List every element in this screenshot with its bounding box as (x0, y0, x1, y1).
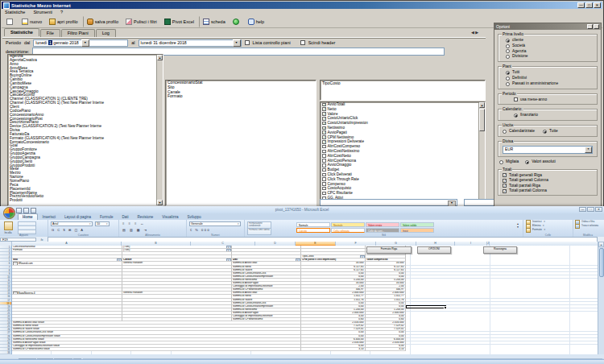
cell-style-chip[interactable]: Cella collegata (331, 228, 365, 233)
chevron-down-icon[interactable]: ▼ (585, 147, 592, 153)
usa-mese-option[interactable]: usa mese-anno (501, 97, 594, 103)
measure-checkbox[interactable] (322, 159, 326, 163)
edit-button[interactable]: Trova e seleziona (575, 224, 602, 228)
measure-checkbox[interactable] (322, 192, 326, 196)
cell-style-chip[interactable]: Calcolo (296, 228, 330, 233)
office-button[interactable] (3, 207, 15, 219)
radio-option[interactable]: Definitivi (501, 76, 594, 81)
measure-checkbox[interactable] (322, 173, 326, 177)
restore-button[interactable]: □ (587, 207, 594, 212)
finanziario-option[interactable]: finanziario (501, 113, 594, 118)
checkbox-icon[interactable] (503, 173, 507, 177)
measure-checkbox[interactable] (322, 177, 326, 181)
measure-checkbox[interactable] (322, 117, 326, 121)
fields-scrollbar[interactable]: ▲ ▼ (156, 55, 163, 205)
minimize-button[interactable]: — (577, 2, 585, 8)
measure-checkbox[interactable] (322, 140, 326, 144)
total-option[interactable]: Totali parziali Colonna (501, 188, 594, 193)
radio-icon[interactable] (506, 55, 510, 59)
checkbox-icon[interactable] (503, 184, 507, 188)
toolbar-button[interactable] (4, 16, 17, 27)
cell-style-chip[interactable]: Neutrale (331, 222, 365, 227)
radio-option[interactable]: cliente (501, 38, 594, 43)
align-top-buttons[interactable]: ≡ ≡ ≡ ↔ (122, 221, 145, 225)
radio-option[interactable]: Agenzia (501, 49, 594, 55)
cell-style-chip[interactable]: Normale (296, 222, 330, 227)
measure-checkbox[interactable] (322, 154, 326, 158)
toolbar-button[interactable]: nuovo (19, 16, 44, 27)
radio-icon[interactable] (499, 160, 503, 164)
radio-icon[interactable] (506, 44, 510, 48)
toolbar-button[interactable]: salva profilo (83, 16, 121, 27)
radio-option[interactable]: Società (501, 43, 594, 49)
font-name-combo[interactable]: Arial▼ (51, 221, 93, 226)
scroll-thumb[interactable] (479, 109, 485, 131)
checkbox-icon[interactable] (514, 97, 518, 101)
scroll-thumb[interactable] (599, 248, 604, 277)
chevron-down-icon[interactable]: ▼ (233, 39, 241, 47)
scindi-header-checkbox[interactable] (300, 40, 305, 45)
scroll-up-icon[interactable]: ▲ (598, 242, 604, 247)
gallery-arrows[interactable]: ▲▼ (517, 222, 520, 229)
toolbar-button[interactable]: Pulisci i filtri (123, 16, 159, 27)
field-item[interactable]: Prodotti (8, 199, 156, 203)
undo-icon[interactable] (23, 208, 29, 213)
toolbar-button[interactable]: scheda (199, 16, 228, 27)
measure-checkbox[interactable] (322, 187, 326, 191)
ribbon-tab[interactable]: Formule (96, 214, 118, 220)
date-from-picker[interactable]: lunedì 1 gennaio 2018 ▼ (33, 39, 128, 47)
minimize-button[interactable]: — (579, 207, 586, 212)
measure-checkbox[interactable] (322, 103, 326, 107)
measure-checkbox[interactable] (322, 163, 326, 168)
scroll-down-icon[interactable]: ▼ (157, 200, 163, 205)
close-button[interactable]: ✕ (594, 2, 601, 8)
align-bottom-buttons[interactable]: ▤ ▥ ▦ ⇥ (122, 228, 148, 232)
radio-icon[interactable] (525, 160, 529, 164)
measure-checkbox[interactable] (322, 130, 326, 134)
measure-checkbox[interactable] (322, 150, 326, 154)
measure-checkbox[interactable] (322, 112, 326, 116)
toolbar-button[interactable]: Pivot Excel (162, 16, 197, 27)
radio-option[interactable]: Tutti (501, 70, 594, 76)
lista-controllo-checkbox[interactable] (245, 40, 250, 45)
menu-item[interactable]: ? (60, 10, 63, 14)
checkbox-icon[interactable] (503, 179, 507, 183)
ribbon-tab[interactable]: Revisione (134, 214, 158, 220)
cell-style-chip[interactable]: Valore errato (366, 222, 399, 227)
measure-checkbox[interactable] (322, 107, 326, 111)
measure-checkbox[interactable] (322, 145, 326, 149)
cells-button[interactable]: Formato ▼ (526, 228, 571, 232)
column-field-item[interactable]: TipoCosto (321, 81, 485, 85)
toolbar-button[interactable]: help (246, 16, 267, 27)
toolbar-button[interactable]: apri profilo (47, 16, 81, 27)
ribbon-tab[interactable]: Dati (118, 214, 133, 220)
chevron-down-icon[interactable]: ▼ (81, 39, 89, 47)
font-style-buttons[interactable]: G C S ⊞ ◫ A (52, 228, 84, 232)
row-header[interactable]: 33 (0, 351, 11, 354)
divisa-combo[interactable]: EUR ▼ (503, 146, 593, 154)
date-to-picker[interactable]: lunedì 31 dicembre 2018 ▼ (139, 39, 242, 47)
menu-item[interactable]: Statistiche (5, 10, 25, 14)
scale-option[interactable]: Migliaia (499, 159, 519, 165)
sheet-grid[interactable]: ConcessionarioStat (Tutti)▼ Formato (Tut… (12, 246, 598, 354)
ribbon-tab[interactable]: Inserisci (39, 214, 60, 220)
ribbon-tab[interactable]: Layout di pagina (60, 214, 95, 220)
radio-option[interactable]: Divisione (501, 54, 594, 60)
panel-close-button[interactable]: ✕ (594, 24, 599, 29)
ribbon-tab[interactable]: Sviluppo (184, 214, 205, 220)
radio-icon[interactable] (543, 130, 547, 134)
form-tab[interactable]: Log (96, 29, 116, 37)
measure-checkbox[interactable] (322, 182, 326, 186)
measures-scrollbar[interactable]: ▲ ▼ (478, 102, 485, 205)
checkbox-icon[interactable] (503, 189, 507, 193)
scroll-up-icon[interactable]: ▲ (157, 55, 163, 60)
radio-icon[interactable] (506, 71, 510, 75)
save-icon[interactable] (16, 208, 22, 213)
panel-pin-button[interactable]: ▬ (587, 24, 593, 29)
opzioni-button[interactable]: OPZIONI (417, 246, 451, 254)
form-tab[interactable]: Statistiche (4, 28, 39, 36)
radio-icon[interactable] (506, 49, 510, 53)
tab-scroll-arrows[interactable]: ◀ ▶ (471, 30, 478, 35)
pivot-total-row[interactable]: Somma di CPMNettissimo totale 3,10 3,10 (12, 348, 598, 351)
cell-style-chip[interactable]: Celle da cont... (366, 228, 399, 233)
